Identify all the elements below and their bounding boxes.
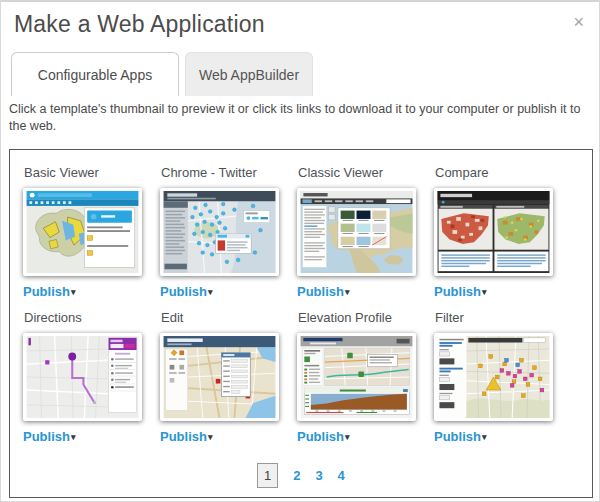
filter-preview-image [437,336,550,418]
caret-down-icon: ▾ [345,432,350,442]
template-title: Edit [161,310,290,325]
template-thumbnail-compare[interactable] [434,188,553,276]
template-title: Filter [435,310,564,325]
close-icon[interactable]: × [573,13,584,31]
classic-viewer-preview-image [300,191,413,273]
publish-link[interactable]: Publish▾ [434,429,564,444]
publish-link[interactable]: Publish▾ [297,429,427,444]
publish-link[interactable]: Publish▾ [297,284,427,299]
publish-label: Publish [297,284,344,299]
instructions-text: Click a template's thumbnail to preview … [9,101,595,135]
page-button-3[interactable]: 3 [315,468,322,483]
template-card-chrome-twitter: Chrome - Twitter [160,163,290,299]
caret-down-icon: ▾ [71,432,76,442]
template-thumbnail-basic-viewer[interactable] [23,188,142,276]
basic-viewer-preview-image [26,191,139,273]
publish-link[interactable]: Publish▾ [434,284,564,299]
caret-down-icon: ▾ [482,287,487,297]
caret-down-icon: ▾ [482,432,487,442]
template-title: Directions [24,310,153,325]
publish-label: Publish [160,429,207,444]
compare-preview-image [437,191,550,273]
caret-down-icon: ▾ [208,287,213,297]
make-web-application-dialog: Make a Web Application × Configurable Ap… [0,0,600,502]
tab-configurable-apps[interactable]: Configurable Apps [11,52,179,96]
template-card-elevation-profile: Elevation Profile [297,308,427,444]
template-grid: Basic Viewer [23,163,592,444]
template-title: Basic Viewer [24,165,153,180]
page-button-2[interactable]: 2 [293,468,300,483]
template-card-edit: Edit [160,308,290,444]
template-thumbnail-filter[interactable] [434,333,553,421]
publish-link[interactable]: Publish▾ [23,429,153,444]
template-card-basic-viewer: Basic Viewer [23,163,153,299]
page-button-1[interactable]: 1 [257,463,278,488]
publish-label: Publish [297,429,344,444]
publish-label: Publish [23,284,70,299]
template-card-filter: Filter [434,308,564,444]
template-card-classic-viewer: Classic Viewer [297,163,427,299]
pagination: 1 2 3 4 [10,463,592,488]
tab-web-appbuilder[interactable]: Web AppBuilder [185,52,313,96]
template-thumbnail-directions[interactable] [23,333,142,421]
template-thumbnail-classic-viewer[interactable] [297,188,416,276]
caret-down-icon: ▾ [71,287,76,297]
caret-down-icon: ▾ [345,287,350,297]
template-card-directions: Directions [23,308,153,444]
template-title: Elevation Profile [298,310,427,325]
dialog-title: Make a Web Application [14,11,265,38]
publish-link[interactable]: Publish▾ [160,429,290,444]
publish-link[interactable]: Publish▾ [23,284,153,299]
directions-preview-image [26,336,139,418]
template-title: Compare [435,165,564,180]
elevation-profile-preview-image [300,336,413,418]
publish-label: Publish [23,429,70,444]
publish-label: Publish [160,284,207,299]
template-thumbnail-chrome-twitter[interactable] [160,188,279,276]
edit-preview-image [163,336,276,418]
publish-label: Publish [434,284,481,299]
caret-down-icon: ▾ [208,432,213,442]
tab-bar: Configurable Apps Web AppBuilder [11,52,313,96]
publish-link[interactable]: Publish▾ [160,284,290,299]
template-title: Chrome - Twitter [161,165,290,180]
page-button-4[interactable]: 4 [338,468,345,483]
template-card-compare: Compare [434,163,564,299]
template-thumbnail-edit[interactable] [160,333,279,421]
publish-label: Publish [434,429,481,444]
template-gallery: Basic Viewer [9,149,593,498]
chrome-twitter-preview-image [163,191,276,273]
template-title: Classic Viewer [298,165,427,180]
template-thumbnail-elevation-profile[interactable] [297,333,416,421]
